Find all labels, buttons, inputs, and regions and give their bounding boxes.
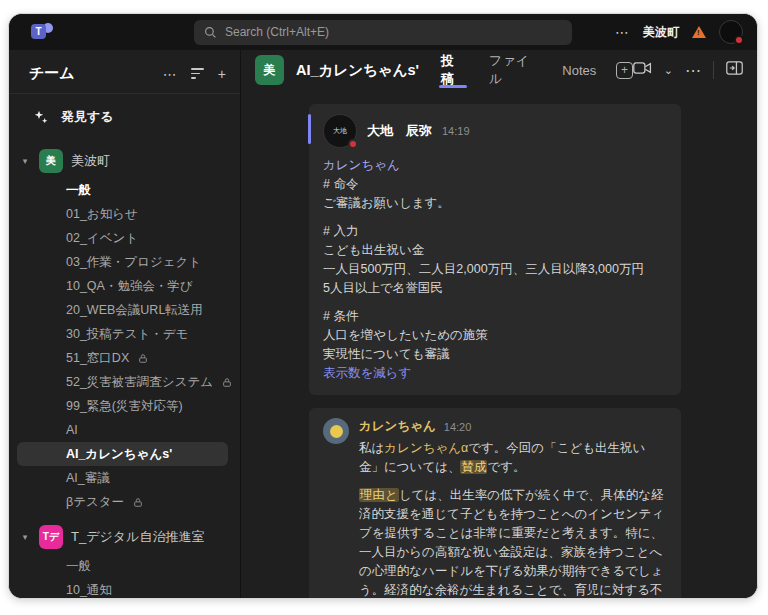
tab-bar: 投稿ファイルNotes — [441, 50, 596, 90]
channel-item[interactable]: βテスター — [9, 490, 240, 514]
sparkle-icon — [33, 109, 49, 125]
channel-item[interactable]: AI_カレンちゃんs' — [17, 442, 228, 466]
channel-label: 99_緊急(災害対応等) — [66, 398, 183, 415]
top-bar: T Search (Ctrl+Alt+E) ⋯ 美波町 — [9, 14, 757, 50]
sidebar-actions: ⋯ + — [163, 66, 226, 82]
tab-Notes[interactable]: Notes — [562, 50, 596, 90]
channel-label: 一般 — [66, 182, 91, 199]
team-avatar: 美 — [39, 149, 63, 173]
warning-icon[interactable] — [692, 26, 706, 38]
message-line: こども出生祝い金 — [323, 241, 667, 260]
channel-label: AI — [66, 423, 78, 437]
more-options-icon[interactable]: ⋯ — [685, 61, 701, 80]
chevron-down-icon[interactable]: ⌄ — [664, 64, 673, 77]
paragraph-gap — [323, 213, 667, 222]
message-line: # 条件 — [323, 307, 667, 326]
channel-label: 01_お知らせ — [66, 206, 138, 223]
sidebar: チーム ⋯ + 発見する ▾美美波町一般01_お知らせ02_イベント03_作業・… — [9, 50, 241, 598]
channel-label: βテスター — [66, 494, 124, 511]
lock-icon — [133, 497, 143, 508]
text-segment-link[interactable]: 表示数を減らす — [323, 366, 411, 380]
channel-item[interactable]: 20_WEB会議URL転送用 — [9, 298, 240, 322]
channel-item[interactable]: 一般 — [9, 178, 240, 202]
channel-item[interactable]: 01_お知らせ — [9, 202, 240, 226]
chevron-down-icon[interactable]: ▾ — [19, 532, 31, 542]
channel-item[interactable]: 10_QA・勉強会・学び — [9, 274, 240, 298]
channel-item[interactable]: 10_通知 — [9, 578, 240, 598]
message-line: 理由としては、出生率の低下が続く中で、具体的な経済的支援を通じて子どもを持つこと… — [359, 486, 667, 598]
channel-label: 03_作業・プロジェクト — [66, 254, 201, 271]
timestamp: 14:19 — [442, 125, 470, 137]
search-icon — [204, 26, 217, 39]
presence-busy-icon — [348, 139, 358, 149]
user-avatar[interactable]: 大地 — [323, 114, 357, 148]
discover-button[interactable]: 発見する — [9, 94, 240, 138]
text-segment: # 命令 — [323, 177, 358, 191]
author-name[interactable]: カレンちゃん — [359, 418, 436, 435]
text-segment: こども出生祝い金 — [323, 243, 424, 257]
sidebar-title: チーム — [29, 64, 75, 83]
add-team-icon[interactable]: + — [218, 66, 226, 82]
channel-item[interactable]: AI_審議 — [9, 466, 240, 490]
video-call-icon[interactable] — [633, 61, 652, 79]
channel-item[interactable]: 30_投稿テスト・デモ — [9, 322, 240, 346]
team-item[interactable]: ▾美美波町 — [9, 142, 240, 178]
channel-item[interactable]: 99_緊急(災害対応等) — [9, 394, 240, 418]
user-avatar[interactable] — [719, 20, 743, 44]
org-name[interactable]: 美波町 — [643, 24, 679, 41]
app-window: T Search (Ctrl+Alt+E) ⋯ 美波町 チーム ⋯ + — [8, 13, 758, 599]
open-pane-icon[interactable] — [726, 61, 743, 79]
channel-avatar: 美 — [255, 55, 284, 85]
teams-list: ▾美美波町一般01_お知らせ02_イベント03_作業・プロジェクト10_QA・勉… — [9, 142, 240, 598]
channel-item[interactable]: 02_イベント — [9, 226, 240, 250]
unread-indicator — [308, 114, 311, 144]
message-line: 実現性についても審議 — [323, 345, 667, 364]
message-line: ご審議お願いします。 — [323, 194, 667, 213]
text-segment: 実現性についても審議 — [323, 347, 449, 361]
channel-item[interactable]: 51_窓口DX — [9, 346, 240, 370]
team-name: 美波町 — [71, 152, 110, 170]
filter-icon[interactable] — [191, 68, 204, 79]
team-item[interactable]: ▾TデT_デジタル自治推進室 — [9, 518, 240, 554]
message-card[interactable]: 大地大地 辰弥14:19カレンちゃん# 命令ご審議お願いします。# 入力こども出… — [309, 104, 681, 395]
topbar-right: ⋯ 美波町 — [615, 20, 743, 44]
text-segment: です。 — [487, 460, 525, 474]
message-line: 人口を増やしたいための施策 — [323, 326, 667, 345]
chevron-down-icon[interactable]: ▾ — [19, 156, 31, 166]
channel-item[interactable]: 一般 — [9, 554, 240, 578]
chat-pane: 美 AI_カレンちゃんs' 投稿ファイルNotes + ⌄ ⋯ 大地大地 辰弥1… — [241, 50, 757, 598]
message-body: カレンちゃん# 命令ご審議お願いします。# 入力こども出生祝い金一人目500万円… — [323, 156, 667, 383]
channel-item[interactable]: 52_災害被害調査システム — [9, 370, 240, 394]
message-card[interactable]: カレンちゃん14:20私はカレンちゃんαです。今回の「こども出生祝い金」について… — [309, 408, 681, 598]
channel-item[interactable]: 03_作業・プロジェクト — [9, 250, 240, 274]
text-segment: # 入力 — [323, 224, 358, 238]
author-name[interactable]: 大地 辰弥 — [367, 122, 432, 140]
text-segment: 一人目500万円、二人目2,000万円、三人目以降3,000万円 — [323, 262, 644, 276]
duck-icon — [330, 425, 343, 438]
paragraph-gap — [323, 298, 667, 307]
search-placeholder: Search (Ctrl+Alt+E) — [225, 25, 329, 39]
message-line: # 命令 — [323, 175, 667, 194]
karen-avatar[interactable] — [323, 418, 349, 444]
team-name: T_デジタル自治推進室 — [71, 528, 204, 546]
text-segment: ご審議お願いします。 — [323, 196, 450, 210]
teams-logo-icon[interactable]: T — [31, 21, 53, 43]
paragraph-gap — [359, 477, 667, 486]
sidebar-header: チーム ⋯ + — [9, 50, 240, 94]
more-options-icon[interactable]: ⋯ — [615, 24, 630, 40]
search-input[interactable]: Search (Ctrl+Alt+E) — [194, 20, 572, 45]
more-options-icon[interactable]: ⋯ — [163, 66, 177, 82]
text-segment-highlight: 理由と — [359, 488, 399, 502]
channel-label: 51_窓口DX — [66, 350, 129, 367]
tab-投稿[interactable]: 投稿 — [441, 50, 465, 90]
add-tab-icon[interactable]: + — [616, 62, 632, 79]
channel-label: 一般 — [66, 558, 91, 575]
discover-label: 発見する — [61, 108, 114, 126]
message-list: 大地大地 辰弥14:19カレンちゃん# 命令ご審議お願いします。# 入力こども出… — [241, 90, 757, 598]
divider — [713, 61, 714, 79]
channel-label: AI_審議 — [66, 470, 110, 487]
text-segment-mention[interactable]: カレンちゃん — [323, 158, 400, 172]
tab-ファイル[interactable]: ファイル — [489, 50, 538, 90]
channel-item[interactable]: AI — [9, 418, 240, 442]
teams-logo-tile: T — [31, 24, 46, 39]
